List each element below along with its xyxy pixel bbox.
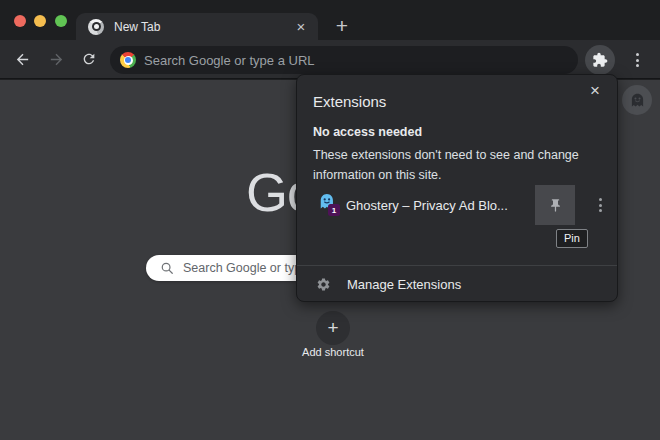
push-pin-icon bbox=[548, 198, 563, 213]
browser-window: New Tab × + Search Google or type a URL bbox=[0, 0, 660, 440]
extensions-popup: Extensions × No access needed These exte… bbox=[296, 74, 618, 302]
pin-extension-button[interactable] bbox=[535, 185, 575, 225]
access-description: These extensions don't need to see and c… bbox=[313, 145, 605, 185]
back-button[interactable] bbox=[7, 44, 37, 74]
forward-button[interactable] bbox=[41, 44, 71, 74]
pin-tooltip: Pin bbox=[556, 229, 588, 248]
popup-close-button[interactable]: × bbox=[585, 80, 605, 100]
gear-icon bbox=[316, 277, 331, 292]
title-bar: New Tab × + bbox=[0, 0, 660, 40]
extension-badge: 1 bbox=[328, 204, 340, 216]
minimize-window-button[interactable] bbox=[34, 15, 46, 27]
new-tab-button[interactable]: + bbox=[328, 12, 356, 40]
access-heading: No access needed bbox=[313, 125, 422, 139]
manage-extensions-label: Manage Extensions bbox=[347, 277, 461, 292]
tab-new-tab[interactable]: New Tab × bbox=[76, 13, 318, 40]
address-bar[interactable]: Search Google or type a URL bbox=[110, 46, 578, 74]
ghostery-extension-icon: 1 bbox=[317, 193, 339, 215]
zoom-window-button[interactable] bbox=[55, 15, 67, 27]
popup-title: Extensions bbox=[313, 93, 386, 110]
extension-name: Ghostery – Privacy Ad Blo... bbox=[346, 185, 508, 225]
manage-extensions-item[interactable]: Manage Extensions bbox=[297, 266, 619, 303]
refresh-icon bbox=[81, 51, 97, 67]
magnifier-icon bbox=[160, 261, 174, 275]
address-bar-placeholder: Search Google or type a URL bbox=[144, 53, 315, 68]
close-window-button[interactable] bbox=[14, 15, 26, 27]
extension-more-button[interactable] bbox=[589, 190, 611, 220]
chrome-logo-icon bbox=[120, 52, 136, 68]
extensions-toolbar-button[interactable] bbox=[585, 45, 615, 75]
profile-avatar[interactable] bbox=[622, 85, 652, 115]
reload-button[interactable] bbox=[74, 44, 104, 74]
add-shortcut-button[interactable]: + bbox=[316, 311, 350, 345]
close-tab-icon[interactable]: × bbox=[292, 18, 310, 36]
tab-title: New Tab bbox=[114, 20, 292, 34]
add-shortcut-label: Add shortcut bbox=[253, 346, 413, 358]
arrow-right-icon bbox=[48, 51, 65, 68]
puzzle-piece-icon bbox=[592, 52, 608, 68]
arrow-left-icon bbox=[14, 51, 31, 68]
browser-menu-button[interactable] bbox=[626, 45, 648, 75]
three-dots-vertical-icon bbox=[599, 198, 602, 212]
extension-row: 1 Ghostery – Privacy Ad Blo... bbox=[297, 185, 619, 225]
chrome-grayscale-favicon-icon bbox=[88, 19, 104, 35]
ghost-avatar-icon bbox=[629, 92, 646, 109]
three-dots-vertical-icon bbox=[636, 53, 639, 67]
